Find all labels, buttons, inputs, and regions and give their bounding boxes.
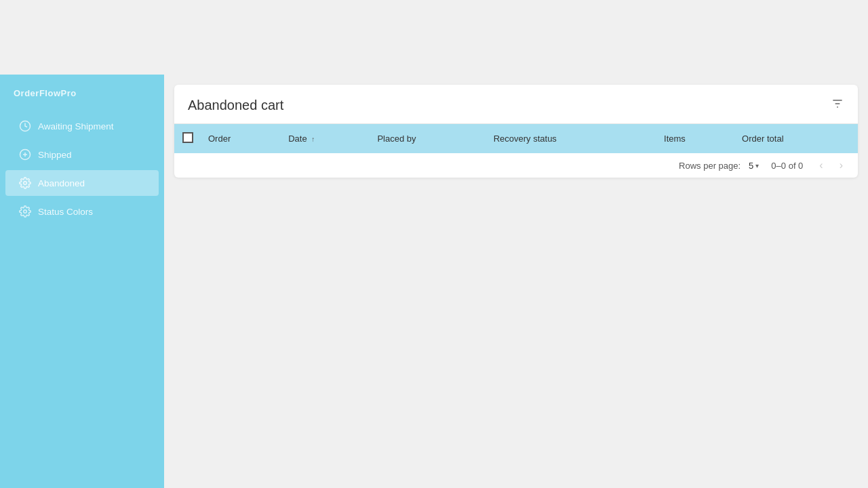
placed-by-column-header: Placed by xyxy=(370,124,486,153)
rows-per-page-label: Rows per page: xyxy=(679,161,741,171)
abandoned-cart-table: Order Date ↑ Placed by Recovery status xyxy=(174,124,858,153)
prev-page-button[interactable]: ‹ xyxy=(815,159,827,172)
gear-icon xyxy=(19,177,31,189)
table-header-row: Order Date ↑ Placed by Recovery status xyxy=(174,124,858,153)
table-wrapper: Order Date ↑ Placed by Recovery status xyxy=(174,124,858,153)
rows-per-page-value: 5 xyxy=(749,161,753,171)
svg-point-3 xyxy=(24,210,27,214)
sidebar-item-awaiting-shipment[interactable]: Awaiting Shipment xyxy=(5,113,159,139)
sidebar-item-abandoned-label: Abandoned xyxy=(38,178,85,188)
page-info: 0–0 of 0 xyxy=(771,161,803,171)
ship-icon xyxy=(19,148,31,161)
pagination-row: Rows per page: 5 ▾ 0–0 of 0 ‹ › xyxy=(174,153,858,178)
sidebar-item-shipped[interactable]: Shipped xyxy=(5,142,159,167)
card-header: Abandoned cart xyxy=(174,85,858,124)
sidebar: OrderFlowPro Awaiting Shipment Shipped A… xyxy=(0,75,164,488)
sort-asc-icon: ↑ xyxy=(311,136,315,143)
next-page-button[interactable]: › xyxy=(835,159,847,172)
items-column-header: Items xyxy=(657,124,735,153)
sidebar-item-awaiting-shipment-label: Awaiting Shipment xyxy=(38,121,114,131)
content-area: Abandoned cart xyxy=(164,75,868,488)
recovery-status-column-header: Recovery status xyxy=(487,124,657,153)
page-title: Abandoned cart xyxy=(188,98,283,113)
checkbox-column-header[interactable] xyxy=(174,124,201,153)
rows-per-page-select[interactable]: 5 ▾ xyxy=(749,161,759,171)
sidebar-item-status-colors-label: Status Colors xyxy=(38,207,93,217)
order-total-column-header: Order total xyxy=(735,124,858,153)
order-column-header: Order xyxy=(201,124,281,153)
select-all-checkbox[interactable] xyxy=(182,132,193,143)
sidebar-item-abandoned[interactable]: Abandoned xyxy=(5,170,159,196)
settings-icon xyxy=(19,205,31,218)
filter-icon[interactable] xyxy=(831,97,844,114)
date-column-header[interactable]: Date ↑ xyxy=(281,124,370,153)
app-logo: OrderFlowPro xyxy=(0,81,164,112)
svg-point-2 xyxy=(24,182,27,185)
clock-icon xyxy=(19,120,31,132)
sidebar-item-status-colors[interactable]: Status Colors xyxy=(5,199,159,224)
abandoned-cart-card: Abandoned cart xyxy=(174,85,858,178)
sidebar-item-shipped-label: Shipped xyxy=(38,150,72,160)
chevron-down-icon: ▾ xyxy=(755,162,759,169)
